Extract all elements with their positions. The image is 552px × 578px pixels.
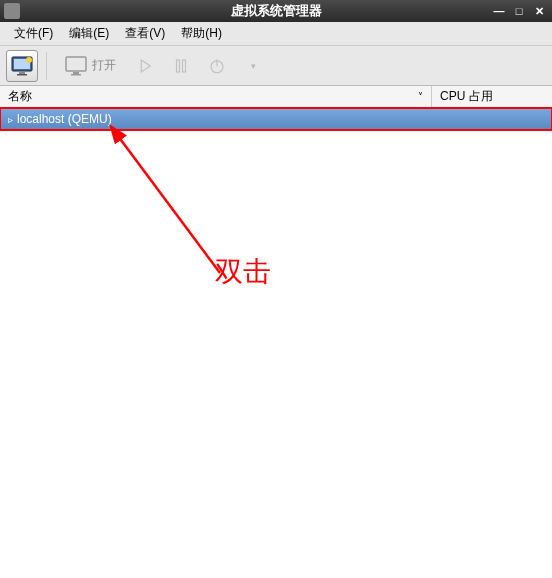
open-label: 打开: [92, 57, 116, 74]
svg-rect-9: [183, 60, 186, 72]
monitor-icon: [64, 54, 88, 78]
header-cpu[interactable]: CPU 占用: [432, 86, 552, 107]
svg-rect-2: [19, 72, 25, 74]
window-title: 虚拟系统管理器: [231, 2, 322, 20]
open-button: 打开: [55, 50, 125, 82]
chevron-down-icon: ▾: [251, 61, 256, 71]
pause-button: [165, 50, 197, 82]
menu-view[interactable]: 查看(V): [117, 23, 173, 44]
list-headers: 名称 ˅ CPU 占用: [0, 86, 552, 108]
new-vm-button[interactable]: [6, 50, 38, 82]
monitor-icon: [10, 54, 34, 78]
toolbar-separator: [46, 52, 47, 80]
annotation-text: 双击: [215, 253, 271, 291]
menu-edit[interactable]: 编辑(E): [61, 23, 117, 44]
list-item-localhost[interactable]: ▹ localhost (QEMU): [0, 108, 552, 130]
header-name-label: 名称: [8, 88, 32, 105]
close-button[interactable]: ✕: [532, 4, 546, 18]
app-icon: [4, 3, 20, 19]
svg-rect-6: [73, 72, 79, 74]
play-button: [129, 50, 161, 82]
toolbar: 打开 ▾: [0, 46, 552, 86]
maximize-button[interactable]: □: [512, 4, 526, 18]
svg-rect-5: [66, 57, 86, 71]
vm-list: ▹ localhost (QEMU) 双击: [0, 108, 552, 578]
list-item-label: localhost (QEMU): [17, 112, 112, 126]
menu-help[interactable]: 帮助(H): [173, 23, 230, 44]
svg-rect-3: [17, 74, 27, 76]
pause-icon: [172, 57, 190, 75]
power-dropdown: ▾: [237, 50, 269, 82]
header-cpu-label: CPU 占用: [440, 88, 493, 105]
menubar: 文件(F) 编辑(E) 查看(V) 帮助(H): [0, 22, 552, 46]
header-name[interactable]: 名称 ˅: [0, 86, 432, 107]
svg-rect-8: [177, 60, 180, 72]
window-controls: — □ ✕: [492, 4, 552, 18]
play-icon: [136, 57, 154, 75]
svg-rect-7: [71, 74, 81, 76]
menu-file[interactable]: 文件(F): [6, 23, 61, 44]
expander-icon[interactable]: ▹: [8, 114, 13, 125]
svg-line-12: [118, 136, 220, 273]
power-icon: [208, 57, 226, 75]
annotation-arrow-icon: [80, 118, 280, 318]
minimize-button[interactable]: —: [492, 4, 506, 18]
sort-indicator-icon: ˅: [418, 91, 423, 102]
svg-point-4: [26, 57, 32, 63]
power-button: [201, 50, 233, 82]
window-titlebar: 虚拟系统管理器 — □ ✕: [0, 0, 552, 22]
